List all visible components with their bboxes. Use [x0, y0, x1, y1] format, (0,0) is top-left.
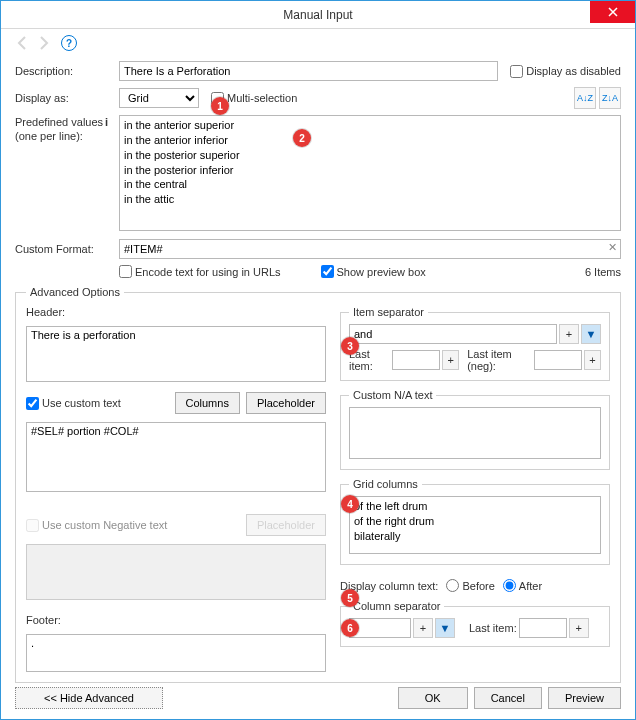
footer-textarea[interactable]: . [26, 634, 326, 672]
item-separator-fieldset: Item separator + ▼ Last item: + Last ite… [340, 306, 610, 381]
advanced-legend: Advanced Options [26, 286, 124, 298]
last-item-neg-label: Last item (neg): [467, 348, 530, 372]
before-radio[interactable]: Before [446, 579, 494, 592]
col-sep-legend: Column separator [349, 600, 444, 612]
after-radio[interactable]: After [503, 579, 542, 592]
toolbar: ? [1, 29, 635, 57]
negative-text-textarea [26, 544, 326, 600]
callout-1: 1 [211, 97, 229, 115]
close-button[interactable] [590, 1, 635, 23]
sort-desc-button[interactable]: Z↓A [599, 87, 621, 109]
show-preview-checkbox[interactable]: Show preview box [321, 265, 426, 278]
custom-format-input[interactable] [119, 239, 621, 259]
col-last-item-input[interactable] [519, 618, 567, 638]
columns-button[interactable]: Columns [175, 392, 240, 414]
footer-label: Footer: [26, 614, 326, 626]
grid-cols-legend: Grid columns [349, 478, 422, 490]
header-textarea[interactable]: There is a perforation [26, 326, 326, 382]
col-last-item-label: Last item: [469, 622, 517, 634]
header-label: Header: [26, 306, 326, 318]
item-sep-legend: Item separator [349, 306, 428, 318]
last-item-neg-add-icon[interactable]: + [584, 350, 601, 370]
predefined-label: Predefined valuesi (one per line): [15, 115, 113, 144]
custom-na-fieldset: Custom N/A text [340, 389, 610, 470]
col-last-item-add-icon[interactable]: + [569, 618, 589, 638]
back-arrow-icon[interactable] [15, 35, 31, 51]
callout-5: 5 [341, 589, 359, 607]
grid-columns-fieldset: Grid columns of the left drum of the rig… [340, 478, 610, 565]
display-disabled-checkbox[interactable]: Display as disabled [510, 65, 621, 78]
description-input[interactable] [119, 61, 498, 81]
advanced-options-fieldset: Advanced Options Header: There is a perf… [15, 286, 621, 683]
titlebar: Manual Input [1, 1, 635, 29]
hide-advanced-button[interactable]: << Hide Advanced [15, 687, 163, 709]
description-label: Description: [15, 65, 113, 77]
placeholder-button[interactable]: Placeholder [246, 392, 326, 414]
clear-icon[interactable]: ✕ [608, 241, 617, 254]
cancel-button[interactable]: Cancel [474, 687, 542, 709]
item-sep-add-icon[interactable]: + [559, 324, 579, 344]
item-sep-input[interactable] [349, 324, 557, 344]
item-sep-dropdown-icon[interactable]: ▼ [581, 324, 601, 344]
col-sep-add-icon[interactable]: + [413, 618, 433, 638]
predefined-values-textarea[interactable]: in the anterior superior in the anterior… [119, 115, 621, 231]
use-custom-text-checkbox[interactable]: Use custom text [26, 397, 121, 410]
last-item-input[interactable] [392, 350, 440, 370]
custom-na-legend: Custom N/A text [349, 389, 436, 401]
custom-na-textarea[interactable] [349, 407, 601, 459]
forward-arrow-icon[interactable] [35, 35, 51, 51]
callout-2: 2 [293, 129, 311, 147]
display-as-select[interactable]: Grid [119, 88, 199, 108]
col-sep-dropdown-icon[interactable]: ▼ [435, 618, 455, 638]
callout-6: 6 [341, 619, 359, 637]
neg-placeholder-button: Placeholder [246, 514, 326, 536]
display-as-label: Display as: [15, 92, 113, 104]
last-item-add-icon[interactable]: + [442, 350, 459, 370]
window-title: Manual Input [283, 8, 352, 22]
sort-asc-button[interactable]: A↓Z [574, 87, 596, 109]
help-icon[interactable]: ? [61, 35, 77, 51]
preview-button[interactable]: Preview [548, 687, 621, 709]
callout-3: 3 [341, 337, 359, 355]
ok-button[interactable]: OK [398, 687, 468, 709]
custom-text-textarea[interactable]: #SEL# portion #COL# [26, 422, 326, 492]
grid-columns-textarea[interactable]: of the left drum of the right drum bilat… [349, 496, 601, 554]
last-item-neg-input[interactable] [534, 350, 582, 370]
items-count: 6 Items [585, 266, 621, 278]
use-negative-text-checkbox[interactable]: Use custom Negative text [26, 519, 167, 532]
callout-4: 4 [341, 495, 359, 513]
custom-format-label: Custom Format: [15, 243, 113, 255]
info-icon[interactable]: i [105, 116, 108, 128]
column-separator-fieldset: Column separator + ▼ Last item: + [340, 600, 610, 647]
encode-urls-checkbox[interactable]: Encode text for using in URLs [119, 265, 281, 278]
